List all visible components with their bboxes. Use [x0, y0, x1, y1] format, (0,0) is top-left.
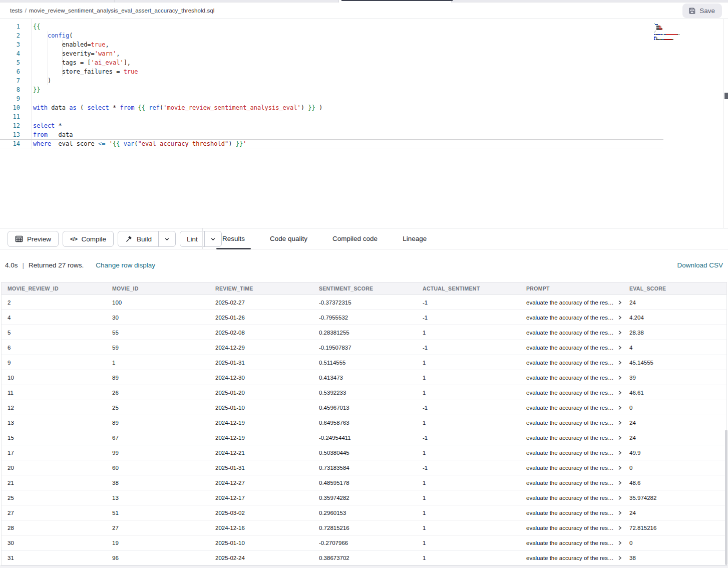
- save-button[interactable]: Save: [682, 4, 722, 18]
- code-line[interactable]: 1{{: [0, 22, 663, 31]
- results-table: MOVIE_REVIEW_IDMOVIE_IDREVIEW_TIMESENTIM…: [1, 282, 727, 565]
- line-number: 2: [0, 31, 20, 40]
- tab-compiled-code[interactable]: Compiled code: [320, 228, 390, 249]
- table-row: 20602025-01-310.73183584-1evaluate the a…: [2, 460, 726, 475]
- code-line[interactable]: 8}}: [0, 85, 663, 94]
- cell-prompt[interactable]: evaluate the accuracy of the res…: [520, 540, 623, 546]
- chevron-right-icon[interactable]: [617, 540, 622, 546]
- prompt-text: evaluate the accuracy of the res…: [526, 495, 614, 501]
- cell-prompt[interactable]: evaluate the accuracy of the res…: [520, 390, 623, 396]
- chevron-right-icon[interactable]: [617, 315, 622, 321]
- code-line[interactable]: 10with data as ( select * from {{ ref('m…: [0, 103, 663, 112]
- cell-prompt[interactable]: evaluate the accuracy of the res…: [520, 525, 623, 531]
- chevron-right-icon[interactable]: [617, 390, 622, 396]
- code-line[interactable]: 6 store_failures = true: [0, 67, 663, 76]
- chevron-right-icon[interactable]: [617, 555, 622, 561]
- chevron-right-icon[interactable]: [617, 435, 622, 441]
- code-line[interactable]: 2 config(: [0, 31, 663, 40]
- code-line[interactable]: 9: [0, 94, 663, 103]
- cell-prompt[interactable]: evaluate the accuracy of the res…: [520, 510, 623, 516]
- chevron-right-icon[interactable]: [617, 330, 622, 336]
- chevron-right-icon[interactable]: [617, 510, 622, 516]
- cell-prompt[interactable]: evaluate the accuracy of the res…: [520, 555, 623, 561]
- line-number: 6: [0, 67, 20, 76]
- code-line[interactable]: 7 ): [0, 76, 663, 85]
- cell-prompt[interactable]: evaluate the accuracy of the res…: [520, 495, 623, 501]
- chevron-right-icon[interactable]: [617, 360, 622, 366]
- footer-strip: [0, 565, 728, 568]
- chevron-right-icon[interactable]: [617, 345, 622, 351]
- prompt-text: evaluate the accuracy of the res…: [526, 360, 614, 366]
- preview-button[interactable]: Preview: [8, 231, 59, 247]
- cell-prompt[interactable]: evaluate the accuracy of the res…: [520, 465, 623, 471]
- tab-code-quality[interactable]: Code quality: [257, 228, 320, 249]
- chevron-right-icon[interactable]: [617, 480, 622, 486]
- chevron-right-icon[interactable]: [617, 450, 622, 456]
- cell-prompt[interactable]: evaluate the accuracy of the res…: [520, 360, 623, 366]
- cell-prompt[interactable]: evaluate the accuracy of the res…: [520, 345, 623, 351]
- code-line[interactable]: 3 enabled=true,: [0, 40, 663, 49]
- cell-prompt[interactable]: evaluate the accuracy of the res…: [520, 300, 623, 306]
- chevron-right-icon[interactable]: [617, 300, 622, 306]
- compile-button[interactable]: </> Compile: [63, 231, 114, 247]
- cell-prompt[interactable]: evaluate the accuracy of the res…: [520, 420, 623, 426]
- cell-review_time: 2024-12-27: [209, 480, 313, 486]
- change-row-display-link[interactable]: Change row display: [96, 261, 155, 269]
- column-header-actual_sentiment: ACTUAL_SENTIMENT: [417, 286, 520, 292]
- cell-sentiment_score: 0.5114555: [313, 360, 417, 366]
- breadcrumb-filename: movie_review_sentiment_analysis_eval_ass…: [29, 8, 214, 14]
- cell-movie_id: 51: [106, 510, 209, 516]
- build-button[interactable]: Build: [118, 231, 158, 246]
- cell-sentiment_score: 0.2960153: [313, 510, 417, 516]
- cell-sentiment_score: -0.7955532: [313, 315, 417, 321]
- lint-button[interactable]: Lint: [180, 231, 204, 246]
- code-lines[interactable]: 1{{2 config(3 enabled=true,4 severity='w…: [0, 22, 663, 148]
- results-toolbar: Preview </> Compile Build: [0, 228, 728, 249]
- code-line[interactable]: 12select *: [0, 121, 663, 130]
- cell-movie_id: 26: [106, 390, 209, 396]
- build-dropdown-toggle[interactable]: [158, 231, 175, 246]
- cell-movie_review_id: 28: [2, 525, 106, 531]
- code-line[interactable]: 14where eval_score <= '{{ var("eval_accu…: [0, 139, 663, 148]
- chevron-down-icon: [164, 236, 170, 242]
- table-scrollbar-thumb[interactable]: [725, 430, 727, 565]
- cell-sentiment_score: 0.38673702: [313, 555, 417, 561]
- minimap[interactable]: [654, 23, 702, 40]
- editor-scrollbar-thumb[interactable]: [724, 93, 728, 99]
- chevron-right-icon[interactable]: [617, 465, 622, 471]
- code-line[interactable]: 11: [0, 112, 663, 121]
- chevron-right-icon[interactable]: [617, 375, 622, 381]
- table-row: 11262025-01-200.53922331evaluate the acc…: [2, 385, 726, 400]
- cell-prompt[interactable]: evaluate the accuracy of the res…: [520, 435, 623, 441]
- code-editor[interactable]: 1{{2 config(3 enabled=true,4 severity='w…: [0, 19, 728, 228]
- chevron-right-icon[interactable]: [617, 495, 622, 501]
- cell-movie_review_id: 12: [2, 405, 106, 411]
- cell-prompt[interactable]: evaluate the accuracy of the res…: [520, 450, 623, 456]
- cell-movie_id: 19: [106, 540, 209, 546]
- code-line[interactable]: 5 tags = ['ai_eval'],: [0, 58, 663, 67]
- chevron-right-icon[interactable]: [617, 420, 622, 426]
- breadcrumb: tests/movie_review_sentiment_analysis_ev…: [10, 8, 214, 14]
- prompt-text: evaluate the accuracy of the res…: [526, 345, 614, 351]
- chevron-right-icon[interactable]: [617, 525, 622, 531]
- cell-prompt[interactable]: evaluate the accuracy of the res…: [520, 330, 623, 336]
- cell-prompt[interactable]: evaluate the accuracy of the res…: [520, 315, 623, 321]
- tab-lineage[interactable]: Lineage: [390, 228, 439, 249]
- cell-actual_sentiment: -1: [417, 315, 520, 321]
- query-duration: 4.0s: [5, 261, 18, 269]
- cell-prompt[interactable]: evaluate the accuracy of the res…: [520, 375, 623, 381]
- code-line[interactable]: 4 severity='warn',: [0, 49, 663, 58]
- line-number: 3: [0, 40, 20, 49]
- code-line[interactable]: 13from data: [0, 130, 663, 139]
- chevron-right-icon[interactable]: [617, 405, 622, 411]
- cell-movie_id: 38: [106, 480, 209, 486]
- cell-prompt[interactable]: evaluate the accuracy of the res…: [520, 480, 623, 486]
- cell-prompt[interactable]: evaluate the accuracy of the res…: [520, 405, 623, 411]
- download-csv-link[interactable]: Download CSV: [677, 261, 723, 269]
- tab-results[interactable]: Results: [210, 228, 257, 249]
- cell-eval_score: 24: [623, 510, 726, 516]
- cell-review_time: 2025-01-10: [209, 405, 313, 411]
- cell-sentiment_score: 0.413473: [313, 375, 417, 381]
- cell-actual_sentiment: 1: [417, 375, 520, 381]
- cell-sentiment_score: 0.28381255: [313, 330, 417, 336]
